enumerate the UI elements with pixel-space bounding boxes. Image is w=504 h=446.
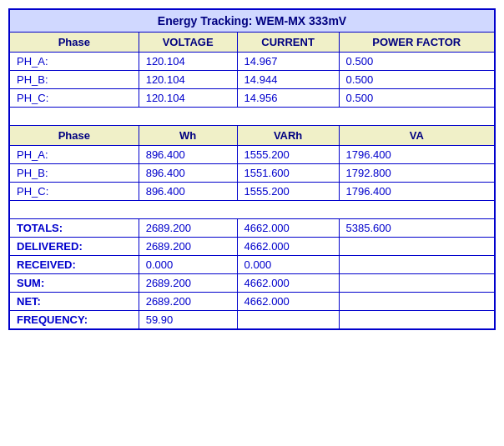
title-row: Energy Tracking: WEM-MX 333mV bbox=[9, 9, 495, 33]
energy-tracking-table: Energy Tracking: WEM-MX 333mV Phase VOLT… bbox=[8, 8, 496, 330]
t2r1c2: 1551.600 bbox=[237, 164, 339, 183]
totals-r5c0: FREQUENCY: bbox=[9, 311, 139, 330]
totals-r4c3 bbox=[339, 293, 495, 311]
totals-r4c2: 4662.000 bbox=[237, 293, 339, 311]
t1r2c3: 0.500 bbox=[339, 89, 495, 108]
table1-header-powerfactor: POWER FACTOR bbox=[339, 33, 495, 53]
t2r1c0: PH_B: bbox=[9, 164, 139, 183]
totals-r1c1: 2689.200 bbox=[139, 238, 237, 256]
t1r2c2: 14.956 bbox=[237, 89, 339, 108]
t2r0c2: 1555.200 bbox=[237, 146, 339, 164]
totals-r2c0: RECEIVED: bbox=[9, 256, 139, 274]
totals-r5c3 bbox=[339, 311, 495, 330]
totals-r5c2 bbox=[237, 311, 339, 330]
t2r0c0: PH_A: bbox=[9, 146, 139, 164]
t1r2c0: PH_C: bbox=[9, 89, 139, 108]
totals-r1c3 bbox=[339, 238, 495, 256]
t1r2c1: 120.104 bbox=[139, 89, 237, 108]
t2r1c3: 1792.800 bbox=[339, 164, 495, 183]
totals-r5c1: 59.90 bbox=[139, 311, 237, 330]
table2-header-row: Phase Wh VARh VA bbox=[9, 126, 495, 146]
table1-header-current: CURRENT bbox=[237, 33, 339, 53]
t1r0c2: 14.967 bbox=[237, 53, 339, 71]
t2r2c3: 1796.400 bbox=[339, 183, 495, 201]
totals-r0c1: 2689.200 bbox=[139, 219, 237, 238]
table1-header-phase: Phase bbox=[9, 33, 139, 53]
totals-r0c0: TOTALS: bbox=[9, 219, 139, 238]
t1r1c0: PH_B: bbox=[9, 71, 139, 89]
totals-row-2: RECEIVED: 0.000 0.000 bbox=[9, 256, 495, 274]
totals-row-4: NET: 2689.200 4662.000 bbox=[9, 293, 495, 311]
totals-r1c2: 4662.000 bbox=[237, 238, 339, 256]
t2r2c1: 896.400 bbox=[139, 183, 237, 201]
totals-row-1: DELIVERED: 2689.200 4662.000 bbox=[9, 238, 495, 256]
totals-row-0: TOTALS: 2689.200 4662.000 5385.600 bbox=[9, 219, 495, 238]
totals-r2c1: 0.000 bbox=[139, 256, 237, 274]
table2-header-phase: Phase bbox=[9, 126, 139, 146]
table1-row-0: PH_A: 120.104 14.967 0.500 bbox=[9, 53, 495, 71]
totals-r3c2: 4662.000 bbox=[237, 274, 339, 293]
totals-row-5: FREQUENCY: 59.90 bbox=[9, 311, 495, 330]
table1-row-2: PH_C: 120.104 14.956 0.500 bbox=[9, 89, 495, 108]
t2r0c1: 896.400 bbox=[139, 146, 237, 164]
totals-row-3: SUM: 2689.200 4662.000 bbox=[9, 274, 495, 293]
t2r0c3: 1796.400 bbox=[339, 146, 495, 164]
t1r1c2: 14.944 bbox=[237, 71, 339, 89]
t1r1c3: 0.500 bbox=[339, 71, 495, 89]
t2r2c2: 1555.200 bbox=[237, 183, 339, 201]
t2r2c0: PH_C: bbox=[9, 183, 139, 201]
totals-r0c2: 4662.000 bbox=[237, 219, 339, 238]
totals-r3c1: 2689.200 bbox=[139, 274, 237, 293]
table1-header-row: Phase VOLTAGE CURRENT POWER FACTOR bbox=[9, 33, 495, 53]
spacer-1 bbox=[9, 108, 495, 126]
table2-header-wh: Wh bbox=[139, 126, 237, 146]
t1r0c3: 0.500 bbox=[339, 53, 495, 71]
spacer-2 bbox=[9, 201, 495, 219]
totals-r1c0: DELIVERED: bbox=[9, 238, 139, 256]
t2r1c1: 896.400 bbox=[139, 164, 237, 183]
totals-r3c3 bbox=[339, 274, 495, 293]
t1r0c0: PH_A: bbox=[9, 53, 139, 71]
table2-header-va: VA bbox=[339, 126, 495, 146]
t1r0c1: 120.104 bbox=[139, 53, 237, 71]
table-title: Energy Tracking: WEM-MX 333mV bbox=[9, 9, 495, 33]
totals-r0c3: 5385.600 bbox=[339, 219, 495, 238]
table2-row-2: PH_C: 896.400 1555.200 1796.400 bbox=[9, 183, 495, 201]
t1r1c1: 120.104 bbox=[139, 71, 237, 89]
table2-header-varh: VARh bbox=[237, 126, 339, 146]
table2-row-1: PH_B: 896.400 1551.600 1792.800 bbox=[9, 164, 495, 183]
totals-r2c2: 0.000 bbox=[237, 256, 339, 274]
totals-r4c0: NET: bbox=[9, 293, 139, 311]
table1-row-1: PH_B: 120.104 14.944 0.500 bbox=[9, 71, 495, 89]
totals-r3c0: SUM: bbox=[9, 274, 139, 293]
table2-row-0: PH_A: 896.400 1555.200 1796.400 bbox=[9, 146, 495, 164]
totals-r2c3 bbox=[339, 256, 495, 274]
table1-header-voltage: VOLTAGE bbox=[139, 33, 237, 53]
totals-r4c1: 2689.200 bbox=[139, 293, 237, 311]
